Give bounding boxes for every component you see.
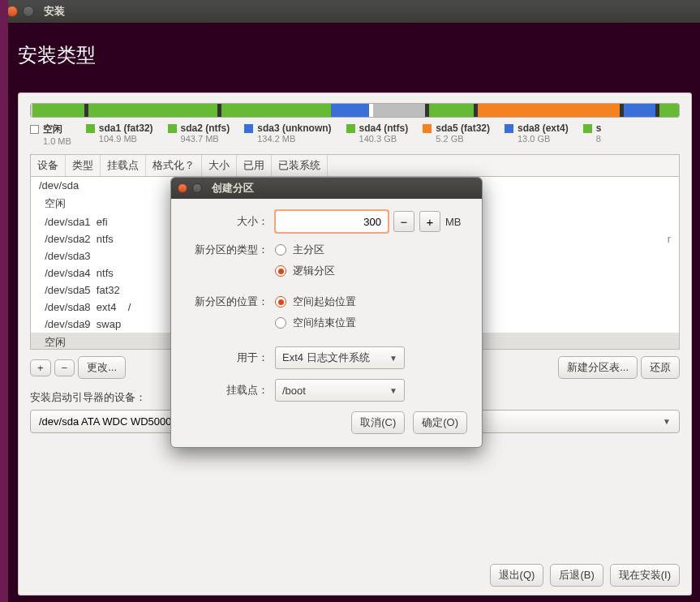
col-header[interactable]: 挂载点 <box>101 155 146 176</box>
col-header[interactable]: 大小 <box>202 155 237 176</box>
chevron-down-icon: ▼ <box>663 417 671 426</box>
quit-button[interactable]: 退出(Q) <box>490 564 544 587</box>
size-label: 大小： <box>186 214 275 229</box>
type-label: 新分区的类型： <box>186 243 275 257</box>
revert-button[interactable]: 还原 <box>641 356 680 379</box>
legend-swatch <box>583 124 592 133</box>
disk-segment[interactable] <box>88 104 217 117</box>
create-partition-dialog: 创建分区 大小： − + MB 新分区的类型： 主分区 逻辑分区 新分区的位置：… <box>170 177 483 448</box>
col-header[interactable]: 格式化？ <box>146 155 202 176</box>
legend-item[interactable]: sda4 (ntfs)140.3 GB <box>346 123 409 146</box>
position-end-radio[interactable]: 空间结束位置 <box>275 316 356 330</box>
col-header[interactable]: 已用 <box>237 155 272 176</box>
legend-item[interactable]: sda2 (ntfs)943.7 MB <box>168 123 230 146</box>
install-button[interactable]: 现在安装(I) <box>610 564 680 587</box>
dialog-title: 创建分区 <box>212 181 254 196</box>
disk-segment[interactable] <box>221 104 331 117</box>
legend-item[interactable]: sda3 (unknown)134.2 MB <box>244 123 331 146</box>
position-label: 新分区的位置： <box>186 295 275 309</box>
legend-swatch <box>423 124 432 133</box>
type-logical-radio[interactable]: 逻辑分区 <box>275 264 335 278</box>
legend-swatch <box>505 124 513 133</box>
disk-map[interactable] <box>30 103 680 118</box>
col-header[interactable]: 设备 <box>31 155 66 176</box>
window-title: 安装 <box>44 4 65 19</box>
back-button[interactable]: 后退(B) <box>550 564 603 587</box>
legend-swatch <box>168 124 177 133</box>
position-begin-radio[interactable]: 空间起始位置 <box>275 295 356 309</box>
minimize-icon[interactable] <box>23 6 34 17</box>
footer-buttons: 退出(Q) 后退(B) 现在安装(I) <box>490 564 680 587</box>
chevron-down-icon: ▼ <box>389 354 397 363</box>
legend-item[interactable]: sda1 (fat32)104.9 MB <box>86 123 153 146</box>
ok-button[interactable]: 确定(O) <box>413 411 467 434</box>
change-button[interactable]: 更改... <box>78 356 126 379</box>
filesystem-select[interactable]: Ext4 日志文件系统 ▼ <box>275 346 405 369</box>
disk-segment[interactable] <box>373 104 425 117</box>
col-header[interactable]: 类型 <box>66 155 101 176</box>
type-primary-radio[interactable]: 主分区 <box>275 243 335 257</box>
legend-swatch <box>86 124 95 133</box>
table-header: 设备类型挂载点格式化？大小已用已装系统 <box>31 155 679 177</box>
cancel-button[interactable]: 取消(C) <box>351 411 405 434</box>
close-icon[interactable] <box>6 6 18 17</box>
disk-segment[interactable] <box>32 104 84 117</box>
size-decrement-button[interactable]: − <box>393 211 414 232</box>
legend-swatch <box>244 124 253 133</box>
disk-segment[interactable] <box>429 104 475 117</box>
remove-partition-button[interactable]: − <box>54 359 75 376</box>
dialog-min-icon[interactable] <box>192 183 202 193</box>
new-table-button[interactable]: 新建分区表... <box>558 356 638 379</box>
legend-item[interactable]: sda8 (ext4)13.0 GB <box>505 123 569 146</box>
legend-swatch <box>30 125 39 134</box>
chevron-down-icon: ▼ <box>389 386 397 395</box>
disk-segment[interactable] <box>659 104 679 117</box>
legend-swatch <box>346 124 355 133</box>
disk-legend: 空闲1.0 MBsda1 (fat32)104.9 MBsda2 (ntfs)9… <box>30 123 680 146</box>
dialog-close-icon[interactable] <box>178 183 187 193</box>
size-input[interactable] <box>275 210 389 233</box>
use-label: 用于： <box>186 350 275 365</box>
col-header[interactable]: 已装系统 <box>272 155 328 176</box>
legend-item[interactable]: sda5 (fat32)5.2 GB <box>423 123 490 146</box>
titlebar: 安装 <box>0 0 700 23</box>
disk-segment[interactable] <box>624 104 656 117</box>
page-title: 安装类型 <box>0 23 700 92</box>
disk-segment[interactable] <box>478 104 620 117</box>
mount-label: 挂载点： <box>186 383 275 398</box>
mountpoint-select[interactable]: /boot ▼ <box>275 379 405 402</box>
legend-item[interactable]: 空闲1.0 MB <box>30 123 71 146</box>
size-unit: MB <box>445 216 462 228</box>
legend-item[interactable]: s8 <box>583 123 602 146</box>
size-increment-button[interactable]: + <box>419 211 440 232</box>
disk-segment[interactable] <box>331 104 370 117</box>
add-partition-button[interactable]: + <box>30 359 51 376</box>
dialog-titlebar: 创建分区 <box>171 178 482 199</box>
